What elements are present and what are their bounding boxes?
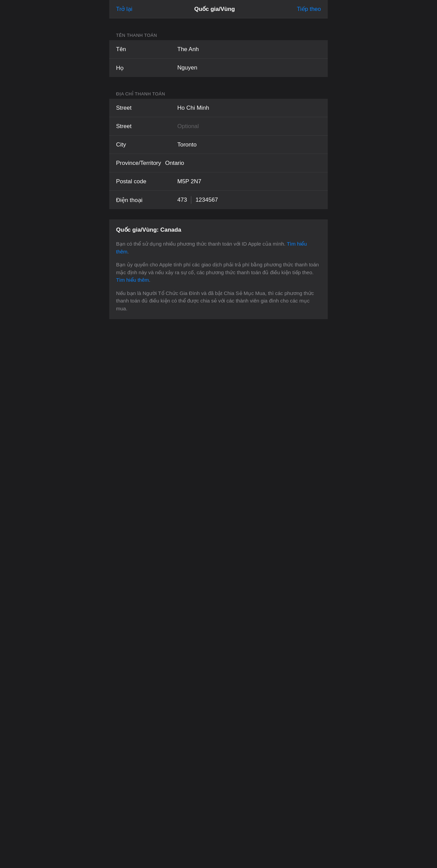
back-button[interactable]: Trở lại bbox=[116, 5, 132, 13]
top-spacer bbox=[109, 18, 328, 29]
street2-row[interactable]: Street Optional bbox=[109, 117, 328, 136]
billing-address-header-text: ĐỊA CHỈ THANH TOÁN bbox=[116, 91, 165, 96]
last-name-row[interactable]: Họ Nguyen bbox=[109, 59, 328, 77]
street1-row[interactable]: Street Ho Chi Minh bbox=[109, 99, 328, 117]
phone-label: Điện thoại bbox=[116, 197, 177, 204]
phone-code: 473 bbox=[177, 197, 187, 203]
province-label: Province/Territory bbox=[116, 160, 161, 167]
phone-divider bbox=[191, 196, 191, 204]
billing-name-header: TÊN THANH TOÁN bbox=[109, 29, 328, 40]
city-row[interactable]: City Toronto bbox=[109, 136, 328, 154]
info-paragraph-1: Bạn có thể sử dụng nhiều phương thức tha… bbox=[116, 240, 321, 255]
city-value: Toronto bbox=[177, 141, 321, 148]
street2-value: Optional bbox=[177, 123, 321, 130]
info-p2-end: . bbox=[149, 277, 150, 283]
info-p2-text: Bạn ủy quyền cho Apple tính phí các giao… bbox=[116, 262, 319, 275]
phone-row[interactable]: Điện thoại 473 1234567 bbox=[109, 191, 328, 209]
info-paragraph-2: Bạn ủy quyền cho Apple tính phí các giao… bbox=[116, 261, 321, 284]
billing-name-header-text: TÊN THANH TOÁN bbox=[116, 33, 157, 38]
phone-value: 473 1234567 bbox=[177, 196, 321, 204]
first-name-row[interactable]: Tên The Anh bbox=[109, 40, 328, 59]
city-label: City bbox=[116, 141, 177, 148]
province-row[interactable]: Province/Territory Ontario bbox=[109, 154, 328, 172]
info-p2-link[interactable]: Tìm hiểu thêm bbox=[116, 277, 149, 283]
bottom-spacer bbox=[109, 209, 328, 219]
billing-name-section: Tên The Anh Họ Nguyen bbox=[109, 40, 328, 77]
street2-label: Street bbox=[116, 123, 177, 130]
street1-label: Street bbox=[116, 105, 177, 111]
last-name-value: Nguyen bbox=[177, 64, 321, 71]
phone-number: 1234567 bbox=[195, 197, 218, 203]
country-info-section: Quốc gia/Vùng: Canada Bạn có thể sử dụng… bbox=[109, 219, 328, 319]
next-button[interactable]: Tiếp theo bbox=[297, 5, 321, 13]
mid-spacer bbox=[109, 77, 328, 87]
billing-address-section: Street Ho Chi Minh Street Optional City … bbox=[109, 99, 328, 209]
info-p1-end: . bbox=[127, 249, 129, 254]
country-title: Quốc gia/Vùng: Canada bbox=[116, 226, 321, 233]
first-name-label: Tên bbox=[116, 46, 177, 53]
postal-label: Postal code bbox=[116, 178, 177, 185]
street1-value: Ho Chi Minh bbox=[177, 105, 321, 111]
billing-address-header: ĐỊA CHỈ THANH TOÁN bbox=[109, 87, 328, 99]
postal-row[interactable]: Postal code M5P 2N7 bbox=[109, 172, 328, 191]
nav-bar: Trở lại Quốc gia/Vùng Tiếp theo bbox=[109, 0, 328, 18]
last-name-label: Họ bbox=[116, 64, 177, 72]
nav-title: Quốc gia/Vùng bbox=[194, 5, 235, 13]
info-paragraph-3: Nếu bạn là Người Tổ Chức Gia Đình và đã … bbox=[116, 290, 321, 313]
info-p1-text: Bạn có thể sử dụng nhiều phương thức tha… bbox=[116, 241, 287, 247]
first-name-value: The Anh bbox=[177, 46, 321, 53]
postal-value: M5P 2N7 bbox=[177, 178, 321, 185]
province-value: Ontario bbox=[165, 160, 184, 167]
